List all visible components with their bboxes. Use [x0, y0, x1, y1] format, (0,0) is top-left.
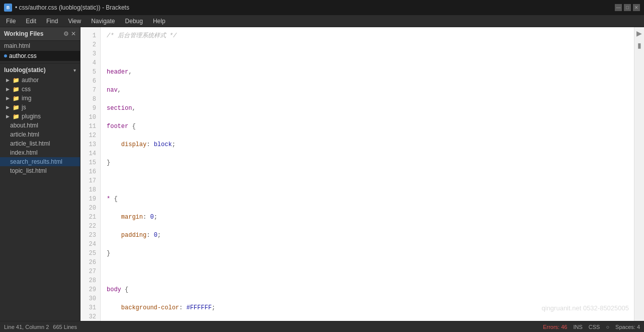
menu-help[interactable]: Help	[151, 17, 168, 26]
folder-label: js	[22, 104, 26, 111]
tree-file-article[interactable]: article.html	[0, 130, 80, 139]
statusbar-left: Line 41, Column 2 665 Lines	[4, 324, 77, 330]
cursor-position: Line 41, Column 2	[4, 324, 49, 330]
tree-folder-plugins[interactable]: ▶ 📁 plugins	[0, 112, 80, 121]
window-controls: — □ ✕	[615, 4, 640, 11]
menu-edit[interactable]: Edit	[24, 17, 38, 26]
folder-label: author	[22, 77, 39, 84]
line-num-9: 9	[80, 104, 100, 113]
error-count[interactable]: Errors: 46	[543, 324, 567, 330]
tree-file-article-list[interactable]: article_list.html	[0, 139, 80, 148]
working-files-header: Working Files ⚙ ✕	[0, 27, 80, 41]
line-num-30: 30	[80, 294, 100, 303]
language-mode[interactable]: CSS	[589, 324, 600, 330]
folder-icon: 📁	[13, 95, 20, 102]
line-num-10: 10	[80, 113, 100, 122]
folder-label: img	[22, 95, 31, 102]
code-line-15: body {	[107, 285, 634, 294]
editor-area: 1 2 3 4 5 6 7 8 9 10 11 12 13 14 15 16 1…	[80, 27, 644, 321]
line-num-8: 8	[80, 95, 100, 104]
line-num-29: 29	[80, 285, 100, 294]
code-line-12: padding: 0;	[107, 231, 634, 240]
code-line-10: * {	[107, 194, 634, 204]
folder-icon: 📁	[13, 77, 20, 84]
menubar: File Edit Find View Navigate Debug Help	[0, 15, 644, 27]
menu-view[interactable]: View	[66, 17, 83, 26]
menu-navigate[interactable]: Navigate	[89, 17, 117, 26]
folder-icon: 📁	[13, 104, 20, 111]
menu-file[interactable]: File	[4, 17, 18, 26]
tree-file-index[interactable]: index.html	[0, 148, 80, 157]
sidebar: Working Files ⚙ ✕ main.html author.css l…	[0, 27, 80, 321]
spaces-setting[interactable]: Spaces: 4	[615, 324, 640, 330]
line-num-7: 7	[80, 86, 100, 95]
statusbar-right: Errors: 46 INS CSS ○ Spaces: 4	[543, 324, 640, 330]
line-numbers: 1 2 3 4 5 6 7 8 9 10 11 12 13 14 15 16 1…	[80, 27, 101, 321]
menu-debug[interactable]: Debug	[123, 17, 145, 26]
file-label: author.css	[9, 52, 37, 59]
tree-file-topic-list[interactable]: topic_list.html	[0, 166, 80, 175]
tree-folder-js[interactable]: ▶ 📁 js	[0, 103, 80, 112]
outline-icon[interactable]: ▮	[637, 41, 641, 49]
code-line-13: }	[107, 249, 634, 258]
file-author-css[interactable]: author.css	[0, 51, 80, 61]
ins-toggle[interactable]: INS	[573, 324, 582, 330]
file-label: main.html	[4, 42, 30, 49]
minimap-icon[interactable]: ▶	[636, 29, 642, 37]
tree-file-search-results[interactable]: search_results.html	[0, 157, 80, 166]
minimize-button[interactable]: —	[615, 4, 622, 11]
file-main-html[interactable]: main.html	[0, 41, 80, 51]
line-num-11: 11	[80, 122, 100, 131]
settings-icon[interactable]: ⚙	[63, 30, 69, 37]
line-num-15: 15	[80, 158, 100, 167]
menu-find[interactable]: Find	[44, 17, 60, 26]
line-num-19: 19	[80, 194, 100, 204]
app-logo: B	[4, 4, 12, 12]
line-num-31: 31	[80, 303, 100, 312]
tree-folder-img[interactable]: ▶ 📁 img	[0, 94, 80, 103]
statusbar: Line 41, Column 2 665 Lines Errors: 46 I…	[0, 321, 644, 332]
close-button[interactable]: ✕	[633, 4, 640, 11]
collapse-arrow-icon: ▶	[6, 87, 10, 92]
maximize-button[interactable]: □	[624, 4, 631, 11]
code-line-1: /* 后台管理系统样式 */	[107, 31, 634, 40]
code-line-5: section,	[107, 104, 634, 113]
line-num-26: 26	[80, 258, 100, 267]
line-count: 665 Lines	[53, 324, 77, 330]
line-num-22: 22	[80, 222, 100, 231]
line-num-32: 32	[80, 312, 100, 321]
line-num-1: 1	[80, 31, 100, 40]
code-line-4: nav,	[107, 86, 634, 95]
line-num-16: 16	[80, 167, 100, 176]
editor-content[interactable]: 1 2 3 4 5 6 7 8 9 10 11 12 13 14 15 16 1…	[80, 27, 644, 321]
titlebar: B • css/author.css (luoblog(static)) - B…	[0, 0, 644, 15]
collapse-arrow-icon: ▶	[6, 78, 10, 83]
working-files-label: Working Files	[4, 30, 43, 37]
code-line-2	[107, 49, 634, 58]
line-num-23: 23	[80, 231, 100, 240]
code-editor[interactable]: /* 后台管理系统样式 */ header, nav, section, foo…	[101, 27, 634, 321]
line-num-17: 17	[80, 176, 100, 185]
project-arrow[interactable]: ▾	[73, 68, 76, 73]
working-files-icons: ⚙ ✕	[63, 30, 76, 37]
code-line-16: background-color: #FFFFFF;	[107, 303, 634, 312]
line-num-28: 28	[80, 276, 100, 285]
tree-file-about[interactable]: about.html	[0, 121, 80, 130]
project-header: luoblog(static) ▾	[0, 63, 80, 76]
line-num-2: 2	[80, 40, 100, 49]
right-panel: ▶ ▮	[634, 27, 644, 321]
code-line-7: display: block;	[107, 140, 634, 149]
window-title: • css/author.css (luoblog(static)) - Bra…	[15, 4, 129, 11]
circle-icon: ○	[606, 324, 609, 330]
line-num-12: 12	[80, 131, 100, 140]
folder-label: plugins	[22, 113, 41, 120]
close-panel-icon[interactable]: ✕	[71, 30, 76, 37]
line-num-20: 20	[80, 204, 100, 213]
code-line-6: footer {	[107, 122, 634, 131]
tree-folder-author[interactable]: ▶ 📁 author	[0, 76, 80, 85]
code-line-8: }	[107, 158, 634, 167]
line-num-21: 21	[80, 213, 100, 222]
collapse-arrow-icon: ▶	[6, 96, 10, 101]
main-layout: Working Files ⚙ ✕ main.html author.css l…	[0, 27, 644, 321]
tree-folder-css[interactable]: ▶ 📁 css	[0, 85, 80, 94]
